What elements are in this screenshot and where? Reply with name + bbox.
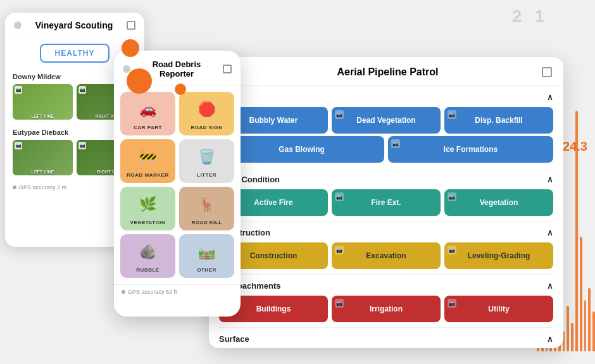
other-icon: 🛤️ <box>196 241 218 263</box>
road-expand-icon[interactable] <box>223 65 232 73</box>
leak-section-header: Leak ∧ <box>219 86 553 107</box>
chart-bar <box>588 288 591 351</box>
vegetation-btn[interactable]: 📷 Vegetation <box>444 189 553 216</box>
cam-icon-2: 📷 <box>335 110 344 119</box>
row-buttons: 📷 Active Fire 📷 Fire Ext. 📷 Vegetation <box>219 189 553 216</box>
orange-dot-large <box>127 68 152 94</box>
leak-chevron-icon: ∧ <box>547 92 553 102</box>
camera-icon-4: 📷 <box>78 142 86 149</box>
excavation-btn[interactable]: 📷 Excavation <box>332 242 441 269</box>
camera-icon-3: 📷 <box>15 142 22 149</box>
chart-bar <box>580 237 582 351</box>
surface-chevron-icon: ∧ <box>547 334 553 342</box>
camera-icon: 📷 <box>15 86 22 94</box>
chart-bar <box>592 311 595 351</box>
top-num-2: 2 <box>512 6 522 27</box>
left-vine-label: LEFT VINE <box>13 114 73 118</box>
road-grid: 🚗 CAR PART 🛑 ROAD SIGN 🚧 ROAD MARKER 🗑️ … <box>114 85 241 284</box>
cam-icon-14: 📷 <box>448 299 456 308</box>
road-item-road-kill[interactable]: 🦌 ROAD KILL <box>179 187 234 230</box>
utility-btn[interactable]: 📷 Utility <box>444 296 553 322</box>
row-chevron-icon: ∧ <box>547 175 553 184</box>
vegetation-icon: 🌿 <box>137 193 160 216</box>
road-item-litter[interactable]: 🗑️ LITTER <box>179 139 234 183</box>
left-vine-label-2: LEFT VINE <box>13 170 73 174</box>
road-kill-icon: 🦌 <box>196 193 218 216</box>
road-item-road-marker[interactable]: 🚧 ROAD MARKER <box>120 139 175 183</box>
road-item-vegetation[interactable]: 🌿 VEGETATION <box>120 187 175 230</box>
construction-buttons: 📷 Construction 📷 Excavation 📷 Leveling-G… <box>219 242 553 269</box>
leak-buttons-top: 📷 Bubbly Water 📷 Dead Vegetation 📷 Disp.… <box>219 107 553 134</box>
car-part-icon: 🚗 <box>137 98 160 121</box>
encroachments-chevron-icon: ∧ <box>547 281 553 291</box>
aerial-section-encroachments: Encroachments ∧ 📷 Buildings 📷 Irrigation… <box>209 274 563 327</box>
road-item-car-part[interactable]: 🚗 CAR PART <box>120 92 175 135</box>
rubble-icon: 🪨 <box>137 241 160 263</box>
aerial-section-row: ROW Condition ∧ 📷 Active Fire 📷 Fire Ext… <box>209 168 563 221</box>
aerial-pipeline-panel: ✕ Aerial Pipeline Patrol Leak ∧ 📷 Bubbly… <box>209 57 563 348</box>
orange-dot-medium <box>122 39 139 57</box>
fire-ext-btn[interactable]: 📷 Fire Ext. <box>332 189 441 216</box>
left-vine-thumb[interactable]: 📷 LEFT VINE <box>13 84 73 120</box>
cam-icon-8: 📷 <box>448 192 456 201</box>
gas-blowing-btn[interactable]: 📷 Gas Blowing <box>219 136 384 163</box>
aerial-section-leak: Leak ∧ 📷 Bubbly Water 📷 Dead Vegetation … <box>209 86 563 168</box>
aerial-content: Leak ∧ 📷 Bubbly Water 📷 Dead Vegetation … <box>209 86 563 342</box>
cam-icon-3: 📷 <box>448 110 456 119</box>
camera-icon-2: 📷 <box>78 86 86 94</box>
cam-icon-13: 📷 <box>335 299 344 308</box>
chart-bar <box>571 323 573 351</box>
gps-dot <box>13 185 16 189</box>
surface-section-header: Surface ∧ <box>219 327 553 342</box>
cam-icon-10: 📷 <box>335 246 344 254</box>
construction-section-header: Construction ∧ <box>219 221 553 242</box>
encroachments-section-header: Encroachments ∧ <box>219 274 553 296</box>
chart-bar <box>567 306 569 351</box>
road-gps: GPS accuracy 52 ft <box>114 284 241 299</box>
healthy-badge: HEALTHY <box>40 44 110 63</box>
road-marker-icon: 🚧 <box>137 146 160 168</box>
cam-icon-7: 📷 <box>335 192 344 201</box>
construction-chevron-icon: ∧ <box>547 228 553 237</box>
aerial-title: Aerial Pipeline Patrol <box>234 66 542 78</box>
road-sign-icon: 🛑 <box>196 98 218 121</box>
orange-dot-small <box>175 84 186 95</box>
irrigation-btn[interactable]: 📷 Irrigation <box>332 296 441 322</box>
road-gps-dot <box>122 290 125 294</box>
litter-icon: 🗑️ <box>196 146 218 168</box>
leak-buttons-bottom: 📷 Gas Blowing 📷 Ice Formations <box>219 136 553 163</box>
top-numbers: 2 1 <box>512 6 544 27</box>
chart-bar <box>575 111 578 351</box>
chart-bar <box>584 300 587 351</box>
road-item-other[interactable]: 🛤️ OTHER <box>179 234 234 278</box>
cam-icon-11: 📷 <box>448 246 456 254</box>
vineyard-title: Vineyard Scouting <box>27 20 122 30</box>
aerial-expand-icon[interactable] <box>542 67 552 77</box>
road-item-road-sign[interactable]: 🛑 ROAD SIGN <box>179 92 234 135</box>
top-num-1: 1 <box>534 6 544 27</box>
aerial-header: ✕ Aerial Pipeline Patrol <box>209 57 563 86</box>
encroachments-buttons: 📷 Buildings 📷 Irrigation 📷 Utility <box>219 296 553 322</box>
close-button[interactable] <box>14 22 22 29</box>
aerial-section-construction: Construction ∧ 📷 Construction 📷 Excavati… <box>209 221 563 274</box>
road-item-rubble[interactable]: 🪨 RUBBLE <box>120 234 175 278</box>
expand-icon[interactable] <box>127 21 135 30</box>
leveling-btn[interactable]: 📷 Leveling-Grading <box>444 242 553 269</box>
disp-backfill-btn[interactable]: 📷 Disp. Backfill <box>444 107 553 134</box>
left-vine-thumb-2[interactable]: 📷 LEFT VINE <box>13 140 73 175</box>
row-section-header: ROW Condition ∧ <box>219 168 553 189</box>
ice-formations-btn[interactable]: 📷 Ice Formations <box>388 136 553 163</box>
vineyard-header: Vineyard Scouting <box>5 13 144 37</box>
road-close-button[interactable] <box>123 65 130 73</box>
aerial-section-surface: Surface ∧ <box>209 327 563 342</box>
dead-vegetation-btn[interactable]: 📷 Dead Vegetation <box>332 107 441 134</box>
cam-icon-5: 📷 <box>391 139 400 148</box>
